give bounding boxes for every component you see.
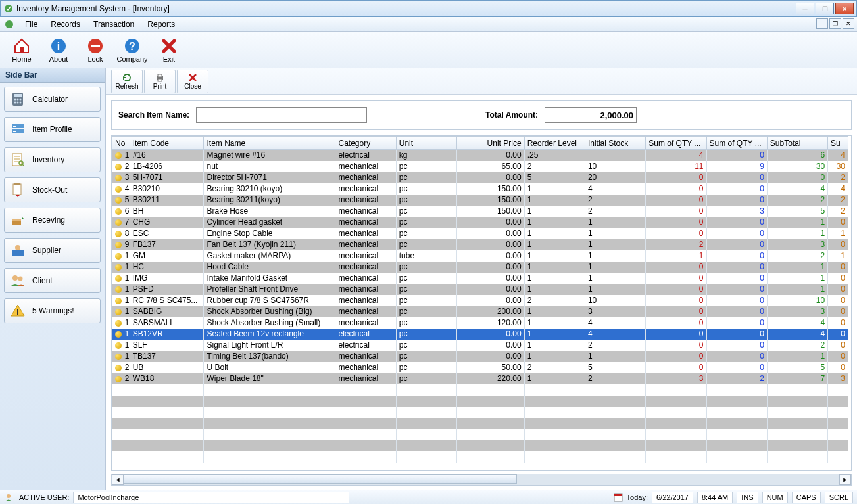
column-header[interactable]: Item Code [130, 137, 204, 150]
about-button[interactable]: i About [41, 33, 76, 67]
sidebar-item-client[interactable]: Client [4, 268, 101, 293]
column-header[interactable]: SubTotal [767, 137, 827, 150]
column-header[interactable]: Unit Price [457, 137, 525, 150]
table-row[interactable]: 35H-7071Director 5H-7071mechanicalpc0.00… [112, 172, 848, 183]
menu-file[interactable]: File [18, 18, 44, 30]
company-button[interactable]: ? Company [114, 33, 150, 67]
cell-code: 1B-4206 [130, 161, 204, 172]
window-maximize-button[interactable]: ☐ [816, 3, 834, 14]
cell-initial: 10 [585, 161, 645, 172]
table-row[interactable]: 1...GMGasket maker (MARPA)mechanicaltube… [112, 250, 848, 262]
cell-su: 0 [828, 239, 848, 250]
cell-unit: pc [396, 373, 456, 384]
table-row[interactable]: 2...WB18Wiper Blade 18"mechanicalpc220.0… [112, 373, 848, 384]
sidebar-item-warnings[interactable]: 5 Warnings! [4, 298, 101, 323]
table-row[interactable]: 8ESCEngine Stop Cablemechanicalpc0.00110… [112, 228, 848, 239]
table-row[interactable]: 7CHGCylinder Head gasketmechanicalpc0.00… [112, 217, 848, 228]
column-header[interactable]: Category [335, 137, 396, 150]
table-row[interactable]: 9FB137Fan Belt 137 (Kyojin 211)mechanica… [112, 239, 848, 250]
cell-sumin: 0 [706, 262, 767, 273]
sidebar-item-label: Item Profile [32, 125, 72, 134]
close-button[interactable]: Close [177, 70, 208, 93]
cell-no: 1... [112, 306, 130, 317]
table-row[interactable]: 1...RC 7/8 S SC475...Rubber cup 7/8 S SC… [112, 295, 848, 306]
sidebar-item-inventory[interactable]: Inventory [4, 147, 101, 172]
table-header-row[interactable]: NoItem CodeItem NameCategoryUnitUnit Pri… [112, 137, 848, 150]
cell-su: 1 [828, 250, 848, 262]
column-header[interactable]: Unit [396, 137, 456, 150]
column-header[interactable]: Sum of QTY ... [646, 137, 706, 150]
menu-transaction[interactable]: Transaction [87, 18, 141, 30]
total-amount-field[interactable] [545, 107, 637, 123]
cell-name: Hood Cable [204, 262, 335, 273]
window-close-button[interactable]: ✕ [835, 3, 854, 14]
stock-out-icon [10, 182, 26, 198]
cell-cat: mechanical [335, 317, 396, 329]
sidebar-item-calculator[interactable]: Calculator [4, 87, 101, 112]
inventory-table-wrap[interactable]: NoItem CodeItem NameCategoryUnitUnit Pri… [111, 135, 852, 471]
table-row[interactable]: 6BHBrake Hosemechanicalpc150.00120352 [112, 206, 848, 217]
print-button[interactable]: Print [144, 70, 176, 93]
table-row[interactable]: 1...PSFDProfeller Shaft Front Drivemecha… [112, 284, 848, 295]
cell-subtotal: 1 [767, 228, 827, 239]
cell-price: 0.00 [457, 273, 525, 284]
cell-cat: mechanical [335, 239, 396, 250]
sidebar-item-stock-out[interactable]: Stock-Out [4, 177, 101, 202]
table-row[interactable]: 1...SABSMALLShock Absorber Bushing (Smal… [112, 317, 848, 329]
search-input[interactable] [196, 107, 367, 123]
svg-rect-26 [12, 219, 21, 221]
exit-button[interactable]: Exit [151, 33, 187, 67]
scroll-right-button[interactable]: ► [839, 474, 851, 485]
table-row[interactable]: 21B-4206nutmechanicalpc65.002101193030 [112, 161, 848, 172]
window-minimize-button[interactable]: ─ [796, 3, 814, 14]
table-row[interactable]: 5B30211Bearing 30211(koyo)mechanicalpc15… [112, 195, 848, 206]
svg-point-28 [15, 245, 20, 250]
cell-code: UB [130, 362, 204, 373]
sidebar-item-receiving[interactable]: Receving [4, 208, 101, 233]
table-row[interactable]: 1...SLFSignal Light Front L/Relectricalp… [112, 340, 848, 351]
mdi-restore-button[interactable]: ❐ [829, 18, 841, 29]
scroll-left-button[interactable]: ◄ [112, 474, 124, 485]
table-row[interactable]: 2...UBU Boltmechanicalpc50.00250050 [112, 362, 848, 373]
mdi-minimize-button[interactable]: ─ [816, 18, 828, 29]
table-row[interactable]: 1...SB12VRSealed Beem 12v rectangleelect… [112, 329, 848, 340]
column-header[interactable]: Initial Stock [585, 137, 645, 150]
column-header[interactable]: Item Name [204, 137, 335, 150]
home-button[interactable]: Home [4, 33, 39, 67]
column-header[interactable]: No [112, 137, 130, 150]
cell-sumout: 3 [646, 373, 706, 384]
column-header[interactable]: Su [828, 137, 848, 150]
sidebar-item-supplier[interactable]: Supplier [4, 238, 101, 263]
cell-subtotal: 1 [767, 351, 827, 362]
cell-sumin: 0 [706, 228, 767, 239]
sidebar-item-item-profile[interactable]: Item Profile [4, 117, 101, 142]
table-row[interactable]: 1...IMGIntake Manifold Gasketmechanicalp… [112, 273, 848, 284]
table-row[interactable]: 1...SABBIGShock Absorber Bushing (Big)me… [112, 306, 848, 317]
menu-records[interactable]: Records [44, 18, 87, 30]
scroll-track[interactable] [124, 474, 839, 485]
table-row[interactable]: 1...TB137Timing Belt 137(bando)mechanica… [112, 351, 848, 362]
row-bullet-icon [115, 231, 122, 237]
menu-reports[interactable]: Reports [141, 18, 182, 30]
table-row[interactable]: 1...HCHood Cablemechanicalpc0.00110010 [112, 262, 848, 273]
svg-point-16 [20, 102, 22, 104]
table-row[interactable]: 4B30210Bearing 30210 (koyo)mechanicalpc1… [112, 183, 848, 195]
cell-sumin: 0 [706, 340, 767, 351]
horizontal-scrollbar[interactable]: ◄ ► [111, 474, 852, 486]
table-row[interactable]: 1#16Magnet wire #16electricalkg0.00.2540… [112, 150, 848, 161]
lock-button[interactable]: Lock [78, 33, 113, 67]
column-header[interactable]: Sum of QTY ... [706, 137, 767, 150]
cell-price: 0.00 [457, 262, 525, 273]
cell-unit: pc [396, 161, 456, 172]
table-row-empty [112, 451, 848, 463]
refresh-button[interactable]: Refresh [111, 70, 143, 93]
cell-sumin: 2 [706, 373, 767, 384]
cell-reorder: 1 [524, 306, 585, 317]
mdi-close-button[interactable]: ✕ [843, 18, 854, 29]
scroll-thumb[interactable] [124, 474, 517, 484]
cell-price: 0.00 [457, 217, 525, 228]
cell-initial: 1 [585, 351, 645, 362]
cell-name: Signal Light Front L/R [204, 340, 335, 351]
column-header[interactable]: Reorder Level [524, 137, 585, 150]
cell-sumout: 0 [646, 284, 706, 295]
